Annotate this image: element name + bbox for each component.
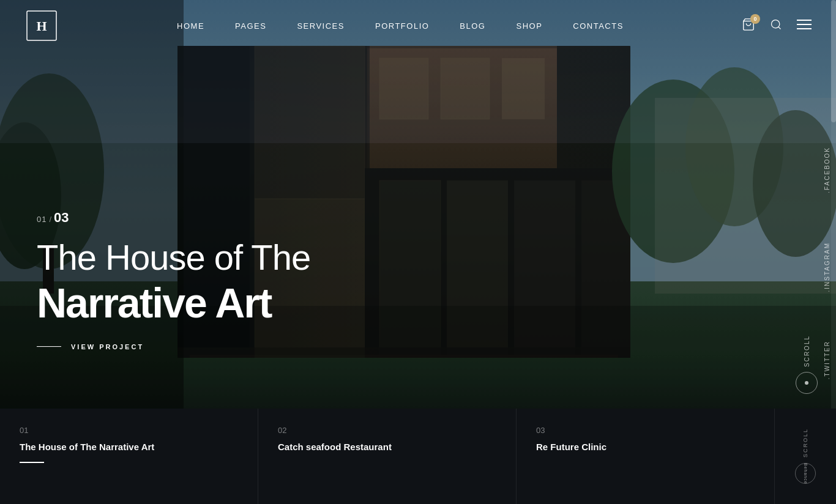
bottom-bar: 01 The House of The Narrative Art 02 Cat… bbox=[0, 409, 836, 504]
nav-shop[interactable]: SHOP bbox=[516, 21, 542, 31]
scroll-indicator: Scroll bbox=[796, 335, 818, 394]
slide-num-2: 02 bbox=[278, 426, 496, 435]
scroll-bottom-text: Scroll bbox=[802, 428, 808, 458]
menu-button[interactable] bbox=[797, 20, 812, 32]
counter-total: 03 bbox=[54, 210, 69, 226]
cta-text: VIEW PROJECT bbox=[71, 343, 144, 350]
slide-counter: 01 / 03 bbox=[37, 210, 310, 226]
behance-text: Behance bbox=[804, 463, 808, 484]
slide-title-3: Re Future Clinic bbox=[536, 441, 755, 453]
svg-point-34 bbox=[771, 20, 779, 28]
nav-blog[interactable]: BLOG bbox=[460, 21, 485, 31]
hero-content: 01 / 03 The House of The Narrative Art V… bbox=[37, 210, 310, 350]
scroll-text: Scroll bbox=[804, 335, 810, 367]
slide-item-3[interactable]: 03 Re Future Clinic bbox=[517, 409, 775, 504]
slide-underline-1 bbox=[20, 462, 44, 463]
header-right: 0 bbox=[742, 18, 812, 34]
svg-text:H: H bbox=[36, 18, 47, 34]
cta-line bbox=[37, 346, 61, 347]
search-button[interactable] bbox=[770, 18, 782, 33]
logo[interactable]: H bbox=[24, 9, 59, 43]
nav-pages[interactable]: PAGES bbox=[235, 21, 266, 31]
scroll-bottom-circle[interactable]: Behance bbox=[795, 463, 816, 484]
nav-portfolio[interactable]: PORTFOLIO bbox=[375, 21, 429, 31]
counter-current: 01 bbox=[37, 215, 47, 224]
bottom-right: Scroll Behance bbox=[775, 409, 836, 504]
slide-num-1: 01 bbox=[20, 426, 238, 435]
header: H HOME PAGES SERVICES PORTFOLIO BLOG SHO… bbox=[0, 0, 836, 51]
scroll-circle bbox=[796, 372, 818, 394]
nav-contacts[interactable]: CONTACTS bbox=[573, 21, 624, 31]
cart-button[interactable]: 0 bbox=[742, 18, 755, 34]
social-sidebar: .Facebook .Instagram .Twitter bbox=[818, 122, 836, 404]
hero-title-line2: Narrative Art bbox=[37, 282, 310, 324]
facebook-link[interactable]: .Facebook bbox=[824, 147, 830, 193]
scroll-dot bbox=[805, 381, 808, 385]
instagram-link[interactable]: .Instagram bbox=[824, 242, 830, 292]
slide-title-2: Catch seafood Restaurant bbox=[278, 441, 496, 453]
slide-item-1[interactable]: 01 The House of The Narrative Art bbox=[0, 409, 258, 504]
nav-services[interactable]: SERVICES bbox=[297, 21, 345, 31]
slide-num-3: 03 bbox=[536, 426, 755, 435]
nav-home[interactable]: HOME bbox=[177, 21, 204, 31]
slide-item-2[interactable]: 02 Catch seafood Restaurant bbox=[258, 409, 517, 504]
main-nav: HOME PAGES SERVICES PORTFOLIO BLOG SHOP … bbox=[177, 21, 624, 31]
cart-badge: 0 bbox=[750, 14, 760, 24]
twitter-link[interactable]: .Twitter bbox=[824, 341, 830, 379]
slide-title-1: The House of The Narrative Art bbox=[20, 441, 238, 453]
counter-divider: / bbox=[49, 215, 51, 224]
view-project-button[interactable]: VIEW PROJECT bbox=[37, 343, 310, 350]
hero-title-line1: The House of The bbox=[37, 238, 310, 277]
